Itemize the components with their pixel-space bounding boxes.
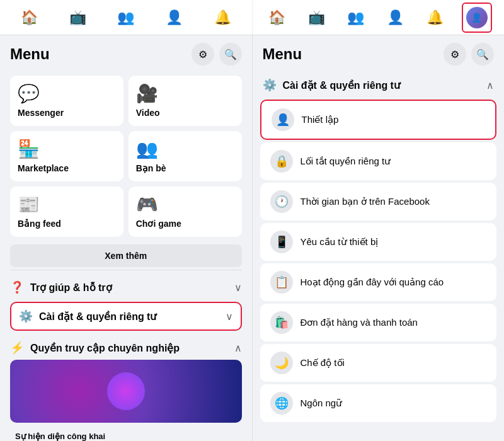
ngon-ngu-icon: 🌐 (270, 392, 293, 415)
help-section[interactable]: ❓ Trợ giúp & hỗ trợ ∨ (0, 273, 252, 299)
right-section-title: Cài đặt & quyền riêng tư (283, 79, 400, 91)
nav-video-right[interactable]: 📺 (304, 5, 329, 30)
thiet-lap-icon: 👤 (272, 108, 294, 131)
grid-messenger[interactable]: 💬 Messenger (10, 76, 123, 126)
feed-label: Bảng feed (18, 219, 61, 229)
nav-bell-left[interactable]: 🔔 (210, 5, 235, 30)
nav-friends-left[interactable]: 👥 (113, 5, 139, 30)
loi-tat-item[interactable]: 🔒 Lối tắt quyền riêng tư (260, 142, 497, 180)
pro-section-left: ⚡ Quyền truy cập chuyên nghiệp (10, 341, 180, 355)
right-gear-button[interactable]: ⚙ (444, 43, 466, 66)
settings-section-highlighted[interactable]: ⚙️ Cài đặt & quyền riêng tư ∨ (10, 302, 242, 331)
yeu-cau-icon: 📱 (270, 231, 293, 253)
nav-profile-right[interactable]: 👤 (383, 5, 408, 30)
thiet-lap-label: Thiết lập (302, 114, 339, 125)
right-section-header[interactable]: ⚙️ Cài đặt & quyền riêng tư ∧ (253, 71, 505, 97)
right-search-button[interactable]: 🔍 (471, 43, 494, 66)
video-icon: 🎥 (136, 83, 158, 104)
nav-profile-left[interactable]: 👤 (161, 5, 186, 30)
settings-chevron: ∨ (226, 311, 233, 323)
right-panel: Menu ⚙ 🔍 ⚙️ Cài đặt & quyền riêng tư ∧ 👤… (252, 35, 505, 441)
nav-bell-right[interactable]: 🔔 (422, 5, 447, 30)
top-navigation: 🏠 📺 👥 👤 🔔 🏠 📺 👥 👤 🔔 👤 (0, 0, 504, 35)
grid-games[interactable]: 🎮 Chơi game (129, 186, 242, 237)
left-menu-icons: ⚙ 🔍 (192, 43, 242, 66)
left-gear-button[interactable]: ⚙ (192, 43, 214, 66)
yeu-cau-label: Yêu cầu từ thiết bị (301, 236, 379, 248)
loi-tat-icon: 🔒 (270, 150, 293, 173)
help-title: Trợ giúp & hỗ trợ (30, 282, 112, 294)
settings-section-left: ⚙️ Cài đặt & quyền riêng tư (19, 309, 156, 323)
pro-card-title: Sự hiện diện công khai (15, 432, 237, 441)
pro-card-image (10, 360, 242, 423)
grid-feed[interactable]: 📰 Bảng feed (10, 186, 123, 237)
pro-chevron: ∧ (234, 342, 242, 354)
hoat-dong-label: Hoạt động gần đây với quảng cáo (301, 277, 444, 288)
right-menu-title: Menu (263, 45, 302, 63)
hoat-dong-icon: 📋 (270, 271, 293, 294)
nav-video-left[interactable]: 📺 (65, 5, 90, 30)
right-section-left: ⚙️ Cài đặt & quyền riêng tư (263, 78, 400, 92)
messenger-icon: 💬 (18, 83, 40, 104)
help-section-left: ❓ Trợ giúp & hỗ trợ (10, 280, 112, 294)
settings-title: Cài đặt & quyền riêng tư (39, 311, 156, 323)
pro-card-section: Sự hiện diện công khai Nhận các công cụ … (0, 360, 252, 441)
nav-home-right[interactable]: 🏠 (265, 5, 290, 30)
thiet-lap-item[interactable]: 👤 Thiết lập (260, 100, 497, 140)
loi-tat-label: Lối tắt quyền riêng tư (301, 156, 391, 167)
yeu-cau-item[interactable]: 📱 Yêu cầu từ thiết bị (260, 223, 497, 261)
pro-icon: ⚡ (10, 341, 24, 355)
messenger-label: Messenger (18, 108, 64, 118)
don-dat-item[interactable]: 🛍️ Đơn đặt hàng và thanh toán (260, 304, 497, 341)
right-section-chevron: ∧ (486, 79, 494, 91)
pro-section-header[interactable]: ⚡ Quyền truy cập chuyên nghiệp ∧ (0, 333, 252, 360)
che-do-toi-icon: 🌙 (270, 352, 293, 374)
right-menu-icons: ⚙ 🔍 (444, 43, 494, 66)
ngon-ngu-label: Ngôn ngữ (301, 398, 343, 409)
avatar-image: 👤 (466, 7, 488, 28)
friends-icon: 👥 (136, 139, 158, 159)
pro-image-card[interactable] (10, 360, 242, 423)
main-content: Menu ⚙ 🔍 💬 Messenger 🎥 Video 🏪 Marketpla… (0, 35, 504, 441)
left-panel: Menu ⚙ 🔍 💬 Messenger 🎥 Video 🏪 Marketpla… (0, 35, 252, 441)
nav-left: 🏠 📺 👥 👤 🔔 (0, 0, 252, 35)
left-menu-header: Menu ⚙ 🔍 (0, 35, 252, 71)
games-label: Chơi game (136, 219, 181, 229)
menu-grid: 💬 Messenger 🎥 Video 🏪 Marketplace 👥 Bạn … (0, 71, 252, 242)
thoi-gian-item[interactable]: 🕐 Thời gian bạn ở trên Facebook (260, 183, 497, 220)
ngon-ngu-item[interactable]: 🌐 Ngôn ngữ (260, 384, 497, 422)
pro-title: Quyền truy cập chuyên nghiệp (30, 342, 180, 354)
right-menu-header: Menu ⚙ 🔍 (253, 35, 505, 71)
pro-card-orb (107, 372, 145, 410)
marketplace-label: Marketplace (18, 163, 69, 173)
left-search-button[interactable]: 🔍 (219, 43, 242, 66)
settings-icon: ⚙️ (19, 309, 33, 323)
feed-icon: 📰 (18, 194, 40, 215)
thoi-gian-label: Thời gian bạn ở trên Facebook (301, 196, 430, 207)
don-dat-label: Đơn đặt hàng và thanh toán (301, 317, 418, 328)
help-chevron: ∨ (234, 282, 242, 294)
nav-avatar-right[interactable]: 👤 (464, 5, 490, 30)
marketplace-icon: 🏪 (18, 139, 40, 159)
settings-section-header: ⚙️ Cài đặt & quyền riêng tư ∨ (11, 303, 241, 329)
pro-card-text: Sự hiện diện công khai Nhận các công cụ … (10, 423, 242, 441)
divider-1 (10, 270, 242, 270)
grid-friends[interactable]: 👥 Bạn bè (129, 131, 242, 181)
see-more-button[interactable]: Xem thêm (10, 244, 242, 267)
don-dat-icon: 🛍️ (270, 311, 293, 334)
left-menu-title: Menu (10, 45, 50, 63)
video-label: Video (136, 108, 160, 118)
help-icon: ❓ (10, 280, 24, 294)
nav-friends-right[interactable]: 👥 (343, 5, 369, 30)
friends-label: Bạn bè (136, 163, 166, 173)
games-icon: 🎮 (136, 194, 158, 215)
grid-video[interactable]: 🎥 Video (129, 76, 242, 126)
grid-marketplace[interactable]: 🏪 Marketplace (10, 131, 123, 181)
che-do-toi-item[interactable]: 🌙 Chế độ tối (260, 344, 497, 382)
nav-avatar-highlight: 👤 (462, 3, 492, 33)
nav-right: 🏠 📺 👥 👤 🔔 👤 (252, 0, 505, 35)
hoat-dong-item[interactable]: 📋 Hoạt động gần đây với quảng cáo (260, 263, 497, 301)
nav-home-left[interactable]: 🏠 (16, 5, 42, 30)
thoi-gian-icon: 🕐 (270, 190, 293, 213)
right-settings-icon: ⚙️ (263, 78, 277, 92)
